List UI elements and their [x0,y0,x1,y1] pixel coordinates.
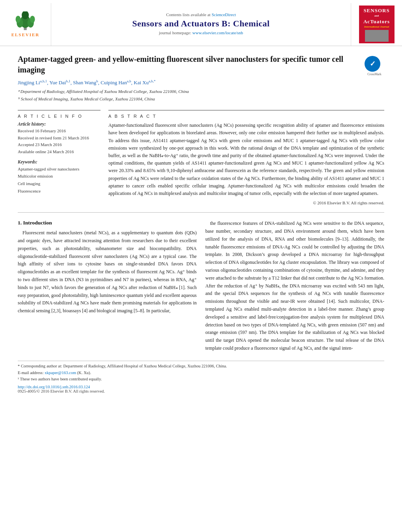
footnotes: * Corresponding author at: Department of… [18,361,384,383]
kw1: Aptamer-tagged silver nanoclusters [18,165,100,173]
crossmark-logo: ✓ CrossMark [365,56,384,76]
elsevier-text: ELSEVIER [11,32,40,37]
sciencedirect-link[interactable]: ScienceDirect [212,12,236,17]
intro-text-right: the fluorescence features of DNA-stabili… [205,220,384,352]
received-date: Received 16 February 2016 [18,128,100,135]
crossmark-icon: ✓ [365,56,380,72]
copyright-line: © 2016 Elsevier B.V. All rights reserved… [108,200,384,205]
info-abstract-section: A R T I C L E I N F O Article history: R… [18,110,384,205]
issn-line: 0925-4005/© 2016 Elsevier B.V. All right… [18,389,384,393]
revised-date: Received in revised form 21 March 2016 [18,135,100,142]
author-sup-5: a,b,* [149,79,156,83]
footnote1: ¹ These two authors have been contribute… [18,376,384,383]
introduction-section: 1. Introduction Fluorescent metal nanocl… [18,220,384,355]
kw4: Fluorescence [18,187,100,195]
abstract-heading: A B S T R A C T [108,114,384,119]
sensors-logo-box: SENSORS and AcTuators International Jour… [351,3,402,46]
doi-link[interactable]: http://dx.doi.org/10.1016/j.snb.2016.03.… [18,385,90,389]
intro-col-right: the fluorescence features of DNA-stabili… [205,220,384,355]
page-header: ELSEVIER Contents lists available at Sci… [0,0,402,46]
doi-line: http://dx.doi.org/10.1016/j.snb.2016.03.… [18,385,384,389]
email-link[interactable]: xkpaper@163.com [45,371,76,375]
sciencedirect-label: Contents lists available at ScienceDirec… [166,12,236,17]
svg-point-5 [30,16,35,23]
sensors-logo: SENSORS and AcTuators International Jour… [359,6,395,43]
crossmark-label: CrossMark [365,72,384,76]
divider [18,212,384,213]
intro-text-left: Fluorescent metal nanoclusters (metal NC… [18,229,197,315]
sensors-and-text: and [361,14,392,18]
article-body: Aptamer-tagged green- and yellow-emittin… [0,46,402,401]
accepted-date: Accepted 23 March 2016 [18,141,100,148]
affiliation-b: ᵇ School of Medical Imaging, Xuzhou Medi… [18,96,359,102]
abstract-col: A B S T R A C T Aptamer-functionalized f… [108,110,384,205]
intro-col-left: 1. Introduction Fluorescent metal nanocl… [18,220,197,355]
author-sup-3: b [96,79,98,83]
intro-section-title: 1. Introduction [18,220,197,226]
journal-title: Sensors and Actuators B: Chemical [132,19,270,29]
author-sup-4: a,b [127,79,131,83]
article-title-section: Aptamer-tagged green- and yellow-emittin… [18,54,384,103]
available-date: Available online 24 March 2016 [18,148,100,156]
actuators-text: AcTuators [361,18,392,25]
svg-point-4 [15,16,20,23]
affiliation-a: ᵃ Department of Radiology, Affiliated Ho… [18,88,359,95]
sensors-logo-image [365,30,389,42]
article-info-col: A R T I C L E I N F O Article history: R… [18,110,100,205]
article-history: Article history: Received 16 February 20… [18,122,100,155]
article-info-heading: A R T I C L E I N F O [18,114,100,119]
corresponding-author: * Corresponding author at: Department of… [18,363,384,370]
author-sup-2: b,1 [66,79,70,83]
author-sup: a,b,1 [40,79,47,83]
article-title-text: Aptamer-tagged green- and yellow-emittin… [18,54,359,103]
sensors-text: SENSORS [361,7,392,14]
header-center: Contents lists available at ScienceDirec… [51,3,351,46]
elsevier-logo: ELSEVIER [0,3,51,46]
keywords-section: Keywords: Aptamer-tagged silver nanoclus… [18,159,100,195]
kw3: Cell imaging [18,180,100,187]
abstract-text: Aptamer-functionalized fluorescent silve… [108,122,384,197]
keywords-title: Keywords: [18,159,100,164]
affiliations: ᵃ Department of Radiology, Affiliated Ho… [18,88,359,102]
article-title: Aptamer-tagged green- and yellow-emittin… [18,54,359,75]
history-title: Article history: [18,122,100,126]
email-line: E-mail address: xkpaper@163.com (K. Xu). [18,370,384,376]
homepage-link[interactable]: www.elsevier.com/locate/snb [192,30,243,35]
kw2: Multicolor emission [18,172,100,180]
journal-homepage: journal homepage: www.elsevier.com/locat… [159,30,243,35]
authors: Jingjing Lia,b,1, Yue Daib,1, Shan Wangb… [18,79,359,86]
sensors-sub-text: International Journal [361,25,392,29]
